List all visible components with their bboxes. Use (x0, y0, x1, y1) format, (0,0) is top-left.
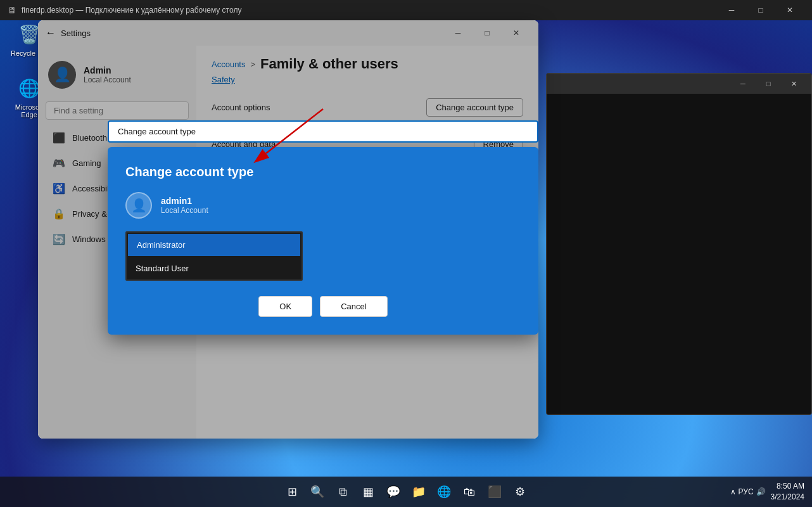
chat-button[interactable]: 💬 (382, 480, 405, 503)
rdp-close-btn[interactable]: ✕ (775, 0, 804, 20)
dialog-title: Change account type (125, 165, 521, 179)
settings-taskbar-icon: ⚙ (515, 485, 525, 499)
account-type-dropdown[interactable]: Administrator Standard User (125, 231, 521, 281)
chat-icon: 💬 (386, 485, 400, 499)
second-close-btn[interactable]: ✕ (781, 74, 806, 94)
ok-button[interactable]: OK (258, 296, 312, 317)
dialog-content: Change account type 👤 admin1 Local Accou… (108, 147, 538, 281)
terminal-button[interactable]: ⬛ (483, 480, 506, 503)
widgets-button[interactable]: ▦ (357, 480, 379, 503)
taskbar-right: ∧ РУС 🔊 8:50 AM 3/21/2024 (730, 481, 804, 503)
language-indicator: РУС (739, 487, 754, 496)
search-icon: 🔍 (310, 485, 324, 499)
second-window: ─ □ ✕ (546, 73, 812, 415)
dialog-user-info: admin1 Local Account (161, 196, 208, 215)
second-titlebar: ─ □ ✕ (547, 74, 811, 94)
settings-window: ← Settings ─ □ ✕ 👤 Admin Local Account ⬛… (38, 20, 538, 439)
taskbar-clock[interactable]: 8:50 AM 3/21/2024 (771, 481, 804, 503)
rdp-title-text: finerdp.desktop — Подключение к удалённо… (22, 6, 241, 15)
dialog-user-name: admin1 (161, 196, 208, 206)
second-maximize-btn[interactable]: □ (756, 74, 781, 94)
settings-taskbar-button[interactable]: ⚙ (509, 480, 531, 503)
dialog-user-role: Local Account (161, 206, 208, 215)
clock-date: 3/21/2024 (771, 492, 804, 503)
cancel-button[interactable]: Cancel (320, 296, 387, 317)
dropdown-option-standard-user[interactable]: Standard User (127, 257, 301, 279)
rdp-controls: ─ □ ✕ (717, 0, 804, 20)
rdp-minimize-btn[interactable]: ─ (717, 0, 746, 20)
change-account-dialog: Change account type Change account type … (108, 147, 538, 335)
store-button[interactable]: 🛍 (458, 480, 481, 503)
search-button[interactable]: 🔍 (306, 480, 329, 503)
rdp-title: 🖥 finerdp.desktop — Подключение к удалён… (8, 5, 717, 15)
dropdown-options-list: Administrator Standard User (125, 231, 303, 281)
store-icon: 🛍 (464, 485, 475, 499)
taskview-button[interactable]: ⧉ (331, 480, 354, 503)
taskbar-tray: ∧ РУС 🔊 (730, 487, 766, 496)
edge-button[interactable]: 🌐 (433, 480, 455, 503)
explorer-icon: 📁 (412, 485, 426, 499)
taskbar: ⊞ 🔍 ⧉ ▦ 💬 📁 🌐 🛍 ⬛ ⚙ ∧ Р (0, 477, 812, 507)
taskview-icon: ⧉ (339, 485, 347, 499)
dialog-buttons: OK Cancel (108, 281, 538, 335)
second-titlebar-controls: ─ □ ✕ (730, 74, 806, 94)
widgets-icon: ▦ (363, 485, 374, 499)
rdp-titlebar: 🖥 finerdp.desktop — Подключение к удалён… (0, 0, 812, 20)
second-minimize-btn[interactable]: ─ (730, 74, 756, 94)
dialog-search-bar[interactable]: Change account type (108, 120, 538, 143)
dialog-user-row: 👤 admin1 Local Account (125, 192, 521, 219)
dropdown-option-administrator[interactable]: Administrator (127, 233, 301, 257)
dialog-overlay: Change account type Change account type … (38, 20, 538, 439)
taskbar-center: ⊞ 🔍 ⧉ ▦ 💬 📁 🌐 🛍 ⬛ ⚙ (281, 480, 531, 503)
start-icon: ⊞ (288, 485, 297, 499)
volume-icon[interactable]: 🔊 (756, 487, 766, 496)
terminal-icon: ⬛ (488, 485, 502, 499)
tray-expand-icon[interactable]: ∧ (730, 487, 736, 496)
start-button[interactable]: ⊞ (281, 480, 303, 503)
rdp-maximize-btn[interactable]: □ (746, 0, 775, 20)
explorer-button[interactable]: 📁 (407, 480, 430, 503)
edge-taskbar-icon: 🌐 (437, 485, 451, 499)
clock-time: 8:50 AM (771, 481, 804, 492)
dialog-avatar: 👤 (125, 192, 152, 219)
